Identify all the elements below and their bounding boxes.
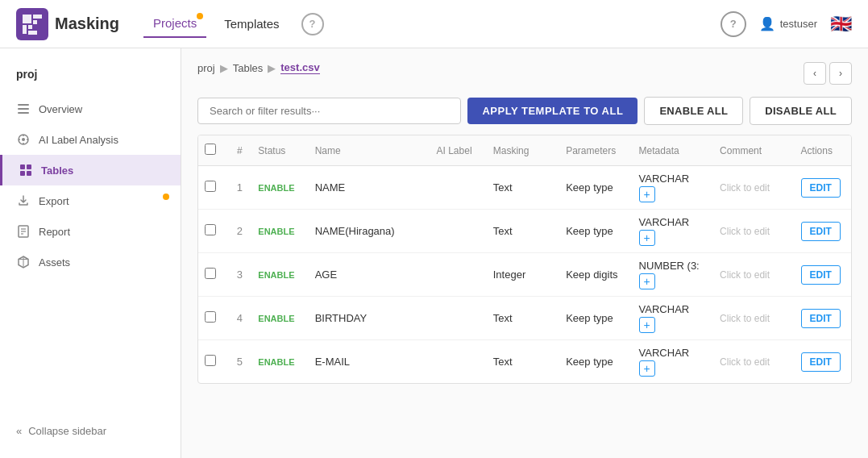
row-num-4: 5 — [227, 340, 251, 384]
row-checkbox-3[interactable] — [205, 311, 216, 323]
logo-icon — [16, 8, 48, 40]
row-comment-1[interactable]: Click to edit — [713, 210, 794, 253]
svg-rect-8 — [18, 112, 29, 114]
ai-label-label: AI Label Analysis — [39, 134, 118, 146]
report-icon — [16, 224, 31, 239]
col-header-comment: Comment — [713, 135, 794, 166]
header-right: ? 👤 testuser 🇬🇧 — [721, 11, 852, 37]
select-all-checkbox[interactable] — [205, 144, 216, 155]
row-actions-4: EDIT — [795, 340, 851, 384]
assets-label: Assets — [39, 256, 70, 269]
main-nav: Projects Templates ? — [143, 10, 721, 38]
user-area: 👤 testuser — [759, 16, 817, 31]
metadata-plus-btn-4[interactable]: + — [639, 360, 655, 377]
row-num-0: 1 — [227, 166, 251, 210]
edit-button-4[interactable]: EDIT — [801, 352, 841, 372]
row-metadata-2: NUMBER (3: + — [633, 253, 713, 297]
svg-rect-18 — [27, 171, 31, 176]
svg-rect-2 — [33, 20, 37, 24]
row-metadata-1: VARCHAR + — [633, 210, 713, 253]
collapse-sidebar-button[interactable]: « Collapse sidebar — [0, 417, 181, 445]
row-name-1: NAME(Hiragana) — [309, 210, 422, 253]
row-actions-2: EDIT — [795, 253, 851, 297]
enable-all-button[interactable]: ENABLE ALL — [644, 97, 743, 125]
row-ailabel-2 — [422, 253, 486, 297]
sidebar-item-export[interactable]: Export — [0, 185, 181, 216]
row-masking-2: Integer — [487, 253, 559, 297]
row-checkbox-4[interactable] — [205, 355, 216, 366]
toolbar: APPLY TEMPLATE TO ALL ENABLE ALL DISABLE… — [197, 97, 852, 125]
table-row: 2 ENABLE NAME(Hiragana) Text Keep type V… — [198, 210, 851, 253]
search-input[interactable] — [197, 98, 461, 124]
row-params-1: Keep type — [559, 210, 632, 253]
disable-all-button[interactable]: DISABLE ALL — [750, 97, 852, 125]
row-masking-3: Text — [487, 297, 559, 340]
svg-rect-0 — [23, 15, 31, 23]
breadcrumb-row: proj ▶ Tables ▶ test.csv ‹ › — [197, 61, 852, 85]
nav-arrows: ‹ › — [804, 62, 852, 85]
svg-rect-4 — [28, 25, 32, 29]
help-button[interactable]: ? — [721, 11, 746, 37]
row-status-1: ENABLE — [251, 210, 308, 253]
row-params-3: Keep type — [559, 297, 632, 340]
col-header-metadata: Metadata — [633, 135, 713, 166]
metadata-plus-btn-2[interactable]: + — [639, 273, 655, 289]
row-comment-4[interactable]: Click to edit — [713, 340, 794, 384]
sidebar-item-ai-label-analysis[interactable]: AI Label Analysis — [0, 124, 181, 155]
row-actions-1: EDIT — [795, 210, 851, 253]
row-name-4: E-MAIL — [309, 340, 422, 384]
row-comment-3[interactable]: Click to edit — [713, 297, 794, 340]
logo: Masking — [16, 8, 119, 40]
sidebar-item-report[interactable]: Report — [0, 216, 181, 247]
breadcrumb-tables[interactable]: Tables — [233, 62, 264, 74]
svg-rect-7 — [18, 108, 29, 110]
overview-label: Overview — [39, 103, 82, 115]
row-masking-0: Text — [487, 166, 559, 210]
nav-item-projects[interactable]: Projects — [143, 10, 206, 38]
sidebar-item-overview[interactable]: Overview — [0, 94, 181, 124]
svg-rect-15 — [20, 164, 25, 169]
col-header-ailabel: AI Label — [422, 135, 486, 166]
edit-button-0[interactable]: EDIT — [801, 178, 841, 198]
row-name-3: BIRTHDAY — [309, 297, 422, 340]
edit-button-2[interactable]: EDIT — [801, 265, 841, 285]
report-label: Report — [39, 226, 70, 238]
data-table: # Status Name AI Label Masking Parameter… — [197, 135, 852, 384]
language-flag[interactable]: 🇬🇧 — [830, 14, 852, 35]
col-header-status: Status — [251, 135, 308, 166]
row-comment-0[interactable]: Click to edit — [713, 166, 794, 210]
main-content: proj ▶ Tables ▶ test.csv ‹ › APPLY TEMPL… — [181, 48, 868, 458]
export-icon — [16, 194, 31, 208]
svg-rect-16 — [27, 164, 31, 169]
metadata-plus-btn-0[interactable]: + — [639, 186, 655, 202]
user-label: testuser — [780, 18, 817, 30]
edit-button-1[interactable]: EDIT — [801, 222, 841, 241]
next-arrow[interactable]: › — [829, 62, 852, 85]
metadata-plus-btn-3[interactable]: + — [639, 317, 655, 333]
prev-arrow[interactable]: ‹ — [804, 62, 826, 85]
metadata-plus-btn-1[interactable]: + — [639, 230, 655, 246]
tables-icon — [19, 163, 33, 177]
apply-template-button[interactable]: APPLY TEMPLATE TO ALL — [467, 98, 638, 124]
row-checkbox-1[interactable] — [205, 224, 216, 235]
svg-rect-6 — [18, 104, 29, 106]
row-status-3: ENABLE — [251, 297, 308, 340]
nav-item-templates[interactable]: Templates — [214, 10, 289, 37]
edit-button-3[interactable]: EDIT — [801, 309, 841, 328]
row-metadata-4: VARCHAR + — [633, 340, 713, 384]
nav-help-icon[interactable]: ? — [301, 13, 324, 35]
sidebar-item-tables[interactable]: Tables — [0, 155, 181, 185]
table-row: 3 ENABLE AGE Integer Keep digits NUMBER … — [198, 253, 851, 297]
row-name-0: NAME — [309, 166, 422, 210]
row-comment-2[interactable]: Click to edit — [713, 253, 794, 297]
row-status-2: ENABLE — [251, 253, 308, 297]
row-actions-0: EDIT — [795, 166, 851, 210]
breadcrumb-proj[interactable]: proj — [197, 62, 215, 74]
row-actions-3: EDIT — [795, 297, 851, 340]
row-checkbox-0[interactable] — [205, 181, 216, 192]
col-header-name: Name — [309, 135, 422, 166]
row-ailabel-1 — [422, 210, 486, 253]
row-checkbox-2[interactable] — [205, 268, 216, 279]
sidebar-item-assets[interactable]: Assets — [0, 247, 181, 277]
layout: proj Overview AI Label Analysis Tables E… — [0, 48, 868, 458]
